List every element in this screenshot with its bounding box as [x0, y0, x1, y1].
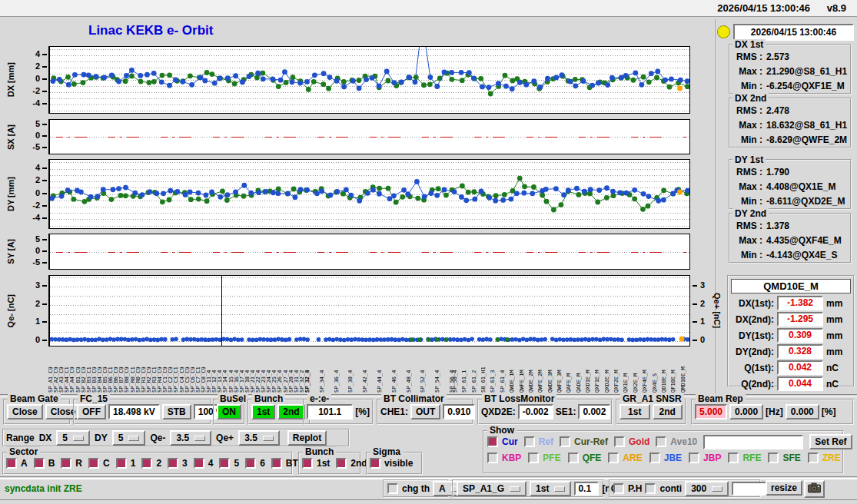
sector-checkbox-2[interactable]: 2 [141, 458, 161, 469]
sector-checkbox-6[interactable]: 6 [245, 458, 265, 469]
show-checkbox-Cur[interactable]: Cur [487, 436, 518, 447]
show-checkbox-Gold[interactable]: Gold [614, 436, 649, 447]
x-axis-monitor-label: SP_27_4 [284, 349, 289, 393]
show-frame: Show CurRefCur-RefGoldAve10 Set Ref KBPP… [483, 430, 844, 474]
bunch-select-frame: Bunch 1st2nd [298, 452, 361, 475]
rms-label: RMS : [733, 51, 762, 62]
bunch-checkbox-2nd[interactable]: 2nd [336, 458, 367, 469]
show-checkbox-PFE[interactable]: PFE [528, 453, 560, 463]
range-qem-select[interactable]: 3.5 [170, 430, 211, 446]
monitor-row-value: -1.382 [777, 296, 823, 310]
sector-checkbox-R[interactable]: R [61, 458, 82, 469]
measurement-timestamp: 2026/04/15 13:00:46 [733, 24, 854, 41]
show-checkbox-Ave10[interactable]: Ave10 [656, 436, 697, 447]
beam-gate-close-button-1[interactable]: Close [7, 404, 43, 419]
sy-sigma-plot[interactable] [48, 234, 690, 270]
sector-checkbox-C[interactable]: C [88, 458, 110, 469]
chg-th-checkbox[interactable]: chg th [387, 483, 430, 494]
sx-sigma-plot[interactable] [48, 119, 690, 154]
sy-plot-canvas[interactable] [50, 234, 689, 269]
chg-th-group: chg th A [383, 479, 449, 498]
busel-on-button[interactable]: ON [217, 404, 241, 419]
dx-plot-canvas[interactable] [50, 47, 689, 113]
y-tick-label: 0 [35, 188, 40, 197]
show-checkbox-JBP[interactable]: JBP [689, 453, 721, 463]
dy-2nd-stats-frame: DY 2nd RMS :1.378 Max :4.435@QXF4E_M Min… [729, 213, 852, 264]
range-dy-select[interactable]: 5 [112, 430, 146, 446]
sector-checkbox-4[interactable]: 4 [194, 458, 214, 469]
optionmenu-indicator-icon [263, 436, 274, 441]
ph-checkbox[interactable]: P.H [613, 483, 642, 494]
show-checkbox-ARE[interactable]: ARE [608, 453, 642, 463]
resize-button[interactable]: resize [766, 480, 802, 496]
show-checkbox-JBE[interactable]: JBE [649, 453, 682, 463]
show-checkbox-KBP[interactable]: KBP [487, 453, 521, 463]
che1-value-field: 0.910 [443, 404, 475, 419]
checkbox-indicator [370, 458, 380, 469]
monitor-row-unit: nC [826, 363, 839, 373]
sector-checkbox-BT[interactable]: BT [271, 458, 298, 469]
y-tick-mark [42, 91, 47, 92]
monitor-row-label: DX(2nd): [731, 314, 774, 325]
sector-checkbox-1[interactable]: 1 [116, 458, 136, 469]
y-tick-label: -2 [32, 201, 40, 210]
stats-frame-label: DY 2nd [732, 208, 769, 219]
x-axis-monitor-label: SP_32_4 [305, 349, 311, 393]
bunch-checkbox-1st[interactable]: 1st [302, 458, 330, 469]
show-checkbox-ZRE[interactable]: ZRE [808, 453, 841, 463]
che1-state-button[interactable]: OUT [410, 404, 440, 419]
bunch-2nd-button[interactable]: 2nd [277, 404, 304, 419]
fc15-state-button[interactable]: OFF [77, 404, 106, 419]
conti-checkbox[interactable]: conti [645, 483, 682, 494]
dy-plot-canvas[interactable] [50, 160, 689, 228]
x-axis-monitor-label: SP_61_2 [472, 349, 477, 393]
bunch-1st-button[interactable]: 1st [251, 404, 275, 419]
sector-checkbox-A[interactable]: A [6, 458, 28, 469]
points-select[interactable]: 300 [685, 481, 729, 496]
optionmenu-indicator-icon [73, 436, 84, 441]
dx-orbit-plot[interactable] [48, 46, 690, 114]
sigma-frame: Sigma visible [366, 452, 423, 475]
x-axis-monitor-label: QF10E_M [671, 349, 676, 393]
threshold-input[interactable] [574, 482, 599, 496]
range-qep-select[interactable]: 3.5 [238, 430, 280, 446]
se1-field: 0.002 [578, 404, 610, 419]
checkbox-label: Ave10 [670, 436, 697, 447]
show-checkbox-RFE[interactable]: RFE [728, 453, 761, 463]
range-qep-value: 3.5 [244, 433, 257, 443]
charge-plot-canvas[interactable] [50, 276, 689, 346]
sector-checkbox-B[interactable]: B [34, 458, 55, 469]
app-version: v8.9 [827, 2, 846, 14]
x-axis-monitor-label: SP_R2_C9 [147, 349, 152, 393]
fc15-mode-button[interactable]: STB [162, 404, 191, 419]
x-axis-monitor-label: QXD2E_M [605, 349, 610, 393]
max-label: Max : [733, 181, 762, 192]
charge-plot[interactable] [48, 275, 690, 346]
sx-plot-canvas[interactable] [50, 120, 689, 154]
bt-lossmonitor-label: BT LossMonitor [482, 393, 556, 404]
y-tick-label: 1 [35, 317, 40, 327]
set-ref-button[interactable]: Set Ref [809, 434, 852, 449]
range-dx-select[interactable]: 5 [56, 430, 90, 446]
gr-snsr-1st-button[interactable]: 1st [619, 404, 650, 419]
gr-snsr-2nd-button[interactable]: 2nd [653, 404, 683, 419]
x-axis-monitor-label: SP_61_4 [500, 349, 506, 393]
sector-checkbox-5[interactable]: 5 [219, 458, 239, 469]
show-checkbox-QFE[interactable]: QFE [568, 453, 602, 463]
checkbox-label: QFE [583, 453, 602, 463]
screenshot-button[interactable] [804, 480, 825, 498]
dy-axis-title: DY [mm] [2, 159, 20, 229]
max-label: Max : [733, 120, 762, 131]
max-value: 18.632@S8_61_H1 [766, 120, 847, 131]
show-checkbox-Cur-Ref[interactable]: Cur-Ref [560, 436, 608, 447]
sp-monitor-select[interactable]: SP_A1_G [457, 481, 526, 496]
show-checkbox-SFE[interactable]: SFE [768, 453, 800, 463]
sigma-checkbox-visible[interactable]: visible [370, 458, 413, 469]
ref-file-input[interactable] [703, 435, 803, 449]
sp-bunch-select[interactable]: 1st [530, 481, 571, 496]
dy-orbit-plot[interactable] [48, 159, 690, 229]
sector-checkbox-3[interactable]: 3 [168, 458, 188, 469]
replot-button[interactable]: Replot [287, 430, 327, 446]
sp-select-group: SP_A1_G 1st [nC] [452, 479, 604, 498]
show-checkbox-Ref[interactable]: Ref [524, 436, 553, 447]
